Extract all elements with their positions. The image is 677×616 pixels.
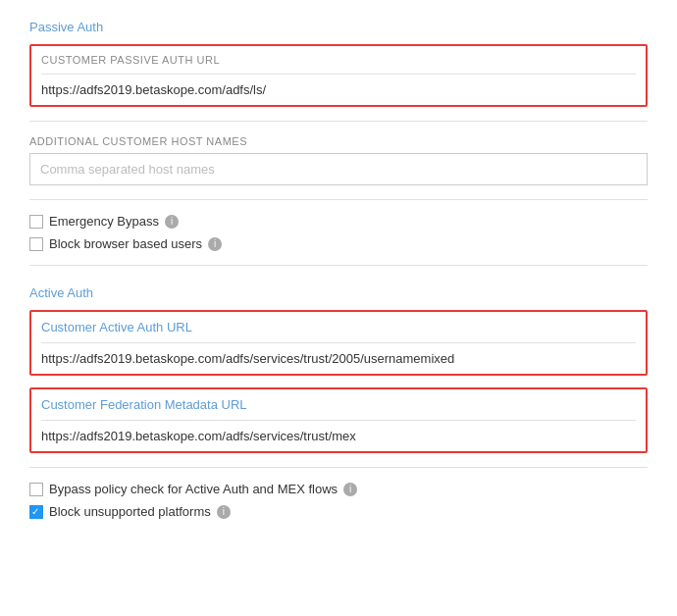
block-browser-row: Block browser based users i — [29, 236, 648, 251]
bypass-policy-info-icon[interactable]: i — [343, 483, 357, 496]
section-divider-3 — [29, 265, 648, 266]
bypass-policy-label: Bypass policy check for Active Auth and … — [49, 482, 338, 496]
customer-federation-url-box: Customer Federation Metadata URL https:/… — [29, 387, 648, 453]
block-unsupported-label: Block unsupported platforms — [49, 504, 211, 519]
block-browser-checkbox[interactable] — [29, 237, 43, 251]
additional-host-input-box[interactable]: Comma separated host names — [29, 153, 648, 185]
block-browser-label: Block browser based users — [49, 236, 202, 251]
bypass-policy-checkbox[interactable] — [29, 483, 43, 496]
page-container: Passive Auth CUSTOMER PASSIVE AUTH URL h… — [0, 0, 677, 552]
emergency-bypass-row: Emergency Bypass i — [29, 214, 648, 229]
checkboxes-section: Emergency Bypass i Block browser based u… — [29, 214, 648, 251]
block-unsupported-info-icon[interactable]: i — [217, 505, 231, 519]
active-auth-label: Active Auth — [29, 285, 648, 300]
customer-active-url-label: Customer Active Auth URL — [41, 320, 636, 334]
passive-auth-section: Passive Auth CUSTOMER PASSIVE AUTH URL h… — [29, 20, 648, 266]
emergency-bypass-checkbox[interactable] — [29, 215, 43, 229]
block-unsupported-row: Block unsupported platforms i — [29, 504, 648, 519]
additional-host-placeholder: Comma separated host names — [40, 162, 215, 177]
customer-active-url-value: https://adfs2019.betaskope.com/adfs/serv… — [41, 351, 636, 366]
block-browser-info-icon[interactable]: i — [208, 237, 222, 251]
emergency-bypass-label: Emergency Bypass — [49, 214, 159, 229]
customer-federation-url-label: Customer Federation Metadata URL — [41, 397, 636, 412]
emergency-bypass-info-icon[interactable]: i — [165, 215, 179, 229]
bottom-checkboxes-section: Bypass policy check for Active Auth and … — [29, 482, 648, 519]
section-divider-2 — [29, 199, 648, 200]
customer-passive-url-label: CUSTOMER PASSIVE AUTH URL — [41, 54, 636, 66]
passive-auth-label: Passive Auth — [29, 20, 648, 34]
block-unsupported-checkbox[interactable] — [29, 505, 43, 519]
section-divider-1 — [29, 121, 648, 122]
additional-host-label: ADDITIONAL CUSTOMER HOST NAMES — [29, 135, 648, 147]
federation-url-divider — [41, 420, 636, 421]
bypass-policy-row: Bypass policy check for Active Auth and … — [29, 482, 648, 496]
customer-passive-url-box: CUSTOMER PASSIVE AUTH URL https://adfs20… — [29, 44, 648, 107]
section-divider-4 — [29, 467, 648, 468]
active-auth-section: Active Auth Customer Active Auth URL htt… — [29, 285, 648, 519]
active-url-divider — [41, 342, 636, 343]
customer-federation-url-value: https://adfs2019.betaskope.com/adfs/serv… — [41, 429, 636, 443]
passive-url-divider — [41, 74, 636, 75]
customer-passive-url-value: https://adfs2019.betaskope.com/adfs/ls/ — [41, 82, 636, 97]
customer-active-url-box: Customer Active Auth URL https://adfs201… — [29, 310, 648, 376]
additional-host-section: ADDITIONAL CUSTOMER HOST NAMES Comma sep… — [29, 135, 648, 185]
